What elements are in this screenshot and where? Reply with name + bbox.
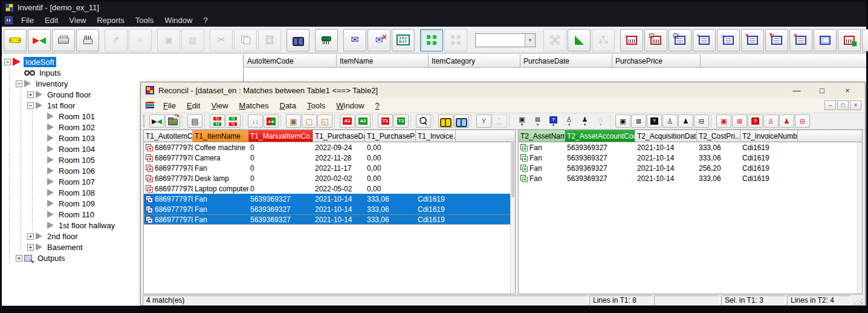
paste-button[interactable] bbox=[258, 29, 281, 51]
table-row[interactable]: 68697779781...Laptop computer02022-05-02… bbox=[144, 183, 515, 194]
table-row[interactable]: Fan56393693272021-10-14256,20Cdi1619 bbox=[519, 163, 862, 173]
table-row[interactable]: 68697779781...Fan56393693272021-10-14333… bbox=[144, 204, 515, 214]
menu-item-reports[interactable]: Reports bbox=[91, 15, 130, 26]
new-match-button[interactable]: ▶◀ bbox=[149, 114, 164, 128]
list-refresh-button[interactable]: ↻ bbox=[765, 29, 788, 51]
show-a1-button[interactable]: A1 bbox=[340, 114, 355, 128]
connect-button[interactable] bbox=[4, 29, 27, 51]
menu-item-data[interactable]: Data bbox=[274, 100, 301, 111]
t1-vertical-scrollbar[interactable] bbox=[510, 142, 515, 294]
menu-item-file[interactable]: File bbox=[158, 100, 181, 111]
table-row[interactable]: 68697779781...Camera02022-11-280,00 bbox=[144, 153, 515, 163]
column-header-t2-acquisitiondate[interactable]: T2_AcquisitionDate bbox=[635, 130, 697, 142]
mark-question-button[interactable]: ? bbox=[647, 114, 662, 128]
hierarchy-button[interactable] bbox=[592, 29, 615, 51]
bars-icon[interactable] bbox=[146, 102, 154, 109]
unmark-half-button[interactable]: ⊟ bbox=[795, 114, 810, 128]
list-items-button[interactable]: ▪ bbox=[693, 29, 716, 51]
tree-expander[interactable] bbox=[27, 102, 34, 109]
cut-object-button[interactable]: ▨ bbox=[181, 29, 204, 51]
tree-item-inputs[interactable]: Inputs bbox=[2, 67, 243, 78]
copy-button[interactable] bbox=[234, 29, 257, 51]
cut-special-button[interactable]: × bbox=[129, 29, 152, 51]
goto-next-button[interactable]: ▢ bbox=[302, 114, 317, 128]
column-header-t1-invoice[interactable]: T1_Invoice.. bbox=[416, 130, 456, 142]
doc-box-button[interactable]: ▢ bbox=[669, 29, 691, 51]
column-header-purchasedate[interactable]: PurchaseDate bbox=[520, 54, 612, 67]
unmark-box-button[interactable]: ▣ bbox=[716, 114, 731, 128]
mdi-restore-button[interactable]: □ bbox=[837, 100, 849, 110]
table-view-button[interactable] bbox=[814, 29, 837, 51]
goto-match-button[interactable]: ▣ bbox=[286, 114, 301, 128]
menu-item-view[interactable]: View bbox=[63, 15, 91, 26]
tree-expander[interactable] bbox=[27, 233, 34, 240]
table-row[interactable]: 68697779781...Fan56393693272021-10-14333… bbox=[144, 214, 515, 225]
paste-object-button[interactable]: ▣ bbox=[157, 29, 180, 51]
find-t1-button[interactable] bbox=[438, 114, 453, 128]
t2-vertical-scrollbar[interactable] bbox=[857, 142, 862, 294]
unmark-x-button[interactable]: ⊠ bbox=[732, 114, 747, 128]
column-header-t1-itemname[interactable]: T1_ItemName bbox=[193, 130, 248, 142]
table-row[interactable]: Fan56393693272021-10-14333,06Cdi1619 bbox=[519, 142, 862, 153]
mark-box-button[interactable]: ▣ bbox=[615, 114, 630, 128]
menu-item-window[interactable]: Window bbox=[159, 15, 198, 26]
document-icon[interactable] bbox=[5, 16, 13, 24]
column-header-autoitemcode[interactable]: AutoItemCode bbox=[244, 54, 337, 67]
mark-menu-x-button[interactable]: ⊠▾ bbox=[530, 114, 545, 128]
show-t2-button[interactable]: T2 bbox=[394, 114, 409, 128]
mark-menu-stamp-button[interactable]: ♙▾ bbox=[562, 114, 577, 128]
find-t2-button[interactable] bbox=[454, 114, 469, 128]
column-header-itemcategory[interactable]: ItemCategory bbox=[429, 54, 520, 67]
column-header-t2-invoicenumber[interactable]: T2_InvoiceNumber bbox=[740, 130, 798, 142]
mdi-minimize-button[interactable]: – bbox=[824, 100, 836, 110]
filter-off-button[interactable] bbox=[492, 114, 507, 128]
goto-multi-button[interactable]: ◱ bbox=[317, 114, 332, 128]
toolbar-drag-handle[interactable] bbox=[143, 115, 147, 127]
table-row[interactable]: 68697779781...Coffee machine02022-09-240… bbox=[144, 142, 515, 153]
barcode-print-button[interactable] bbox=[76, 29, 99, 51]
minimize-button[interactable]: — bbox=[784, 83, 809, 98]
labels-groups-button[interactable]: ▦ bbox=[838, 29, 861, 51]
mail-cancel-button[interactable] bbox=[368, 29, 390, 51]
copy-t2-to-t1-button[interactable] bbox=[225, 114, 241, 128]
menu-item-edit[interactable]: Edit bbox=[181, 100, 206, 111]
tree-expander[interactable] bbox=[27, 244, 34, 251]
mdi-close-button[interactable]: × bbox=[850, 100, 861, 110]
show-a2-button[interactable]: A2 bbox=[355, 114, 371, 128]
selection-combobox[interactable]: ▾ bbox=[475, 33, 536, 47]
list-remove-button[interactable]: × bbox=[741, 29, 764, 51]
resize-grip[interactable] bbox=[853, 295, 863, 305]
tree-expander[interactable] bbox=[27, 91, 34, 98]
menu-item-item[interactable]: ? bbox=[198, 15, 213, 26]
paste-special-button[interactable]: ↱ bbox=[105, 29, 128, 51]
menu-item-tools[interactable]: Tools bbox=[130, 15, 159, 26]
table-row[interactable]: 68697779781...Fan56393693272021-10-14333… bbox=[144, 194, 515, 204]
scrollbar-thumb[interactable] bbox=[511, 143, 514, 197]
column-header-t2-costpri[interactable]: T2_CostPri... bbox=[697, 130, 740, 142]
mark-x-button[interactable]: ⊠ bbox=[631, 114, 646, 128]
sync-button[interactable]: ▶◀ bbox=[28, 29, 51, 51]
mark-menu-box-button[interactable]: ▣▾ bbox=[514, 114, 530, 128]
tree-expander[interactable] bbox=[16, 81, 22, 87]
view-groups-button[interactable] bbox=[420, 29, 443, 51]
menu-item-view[interactable]: View bbox=[206, 100, 233, 111]
menu-item-file[interactable]: File bbox=[16, 15, 39, 26]
print-button[interactable] bbox=[52, 29, 75, 51]
tree-item-lodesoft[interactable]: lodeSoft bbox=[2, 56, 243, 67]
mark-stamp-filled-button[interactable]: ♟ bbox=[678, 114, 693, 128]
show-t1-button[interactable]: T1 bbox=[378, 114, 393, 128]
list-locations-button[interactable]: ⌂ bbox=[717, 29, 740, 51]
column-header-t1-purchaseprice[interactable]: T1_PurchasePrice bbox=[365, 130, 416, 142]
table-row[interactable]: 68697779781...Fan02022-11-170,00 bbox=[144, 163, 515, 173]
column-header-t1-purchasedate[interactable]: T1_PurchaseDate bbox=[313, 130, 365, 142]
tree-expander[interactable] bbox=[16, 255, 22, 262]
mark-half-button[interactable]: ⊟ bbox=[694, 114, 709, 128]
list-delete-button[interactable]: × bbox=[789, 29, 812, 51]
unlink-button[interactable] bbox=[543, 29, 566, 51]
mark-menu-half-button[interactable]: ⊟▾ bbox=[593, 114, 608, 128]
unmark-question-button[interactable]: ? bbox=[748, 114, 763, 128]
mark-stamp-button[interactable]: ♙ bbox=[662, 114, 678, 128]
tree-expander[interactable] bbox=[4, 59, 11, 65]
unmark-stamp-filled-button[interactable]: ♟ bbox=[779, 114, 794, 128]
close-button[interactable]: × bbox=[835, 83, 860, 98]
